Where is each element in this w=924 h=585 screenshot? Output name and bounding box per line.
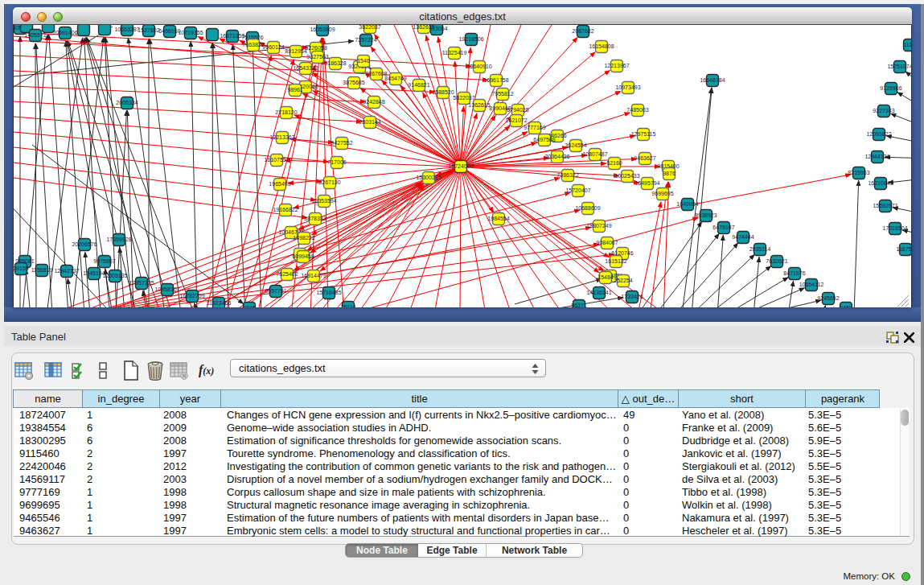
svg-text:7955812: 7955812 (491, 91, 513, 97)
svg-text:16107552: 16107552 (264, 157, 289, 163)
svg-text:8215953: 8215953 (848, 170, 869, 175)
svg-text:1615132: 1615132 (605, 258, 626, 264)
svg-text:8938923: 8938923 (695, 212, 717, 218)
svg-text:10719155: 10719155 (178, 30, 203, 35)
svg-text:3624554: 3624554 (565, 142, 586, 148)
svg-text:8186328: 8186328 (324, 60, 346, 66)
svg-text:1965493: 1965493 (269, 181, 290, 187)
svg-text:6497568: 6497568 (533, 137, 555, 142)
svg-text:8471676: 8471676 (783, 270, 805, 276)
svg-text:10654112: 10654112 (799, 282, 824, 287)
svg-text:9777169: 9777169 (524, 125, 545, 130)
svg-text:9876: 9876 (663, 171, 676, 176)
svg-text:12213363: 12213363 (269, 134, 294, 140)
svg-text:717006: 717006 (327, 159, 346, 165)
svg-text:62160: 62160 (606, 160, 622, 166)
svg-text:20691406: 20691406 (52, 30, 77, 35)
svg-text:20206576: 20206576 (72, 241, 97, 247)
svg-text:9463627: 9463627 (634, 155, 655, 161)
svg-text:15692971: 15692971 (873, 203, 897, 208)
svg-text:96371: 96371 (571, 303, 587, 307)
svg-text:9327503: 9327503 (306, 54, 328, 60)
svg-text:19218506: 19218506 (458, 36, 483, 42)
svg-text:1640954: 1640954 (676, 201, 698, 207)
svg-text:12213967: 12213967 (604, 63, 629, 68)
svg-text:7663822: 7663822 (242, 42, 264, 47)
svg-text:14136141: 14136141 (586, 290, 611, 295)
svg-text:7632621: 7632621 (766, 258, 787, 264)
svg-text:15716485: 15716485 (316, 290, 341, 295)
svg-text:1405571: 1405571 (24, 32, 46, 38)
svg-text:1156819: 1156819 (31, 267, 53, 273)
svg-text:1621072: 1621072 (505, 117, 527, 123)
svg-text:252254: 252254 (614, 278, 632, 283)
svg-text:1984554: 1984554 (487, 216, 509, 221)
svg-text:2935114: 2935114 (749, 246, 771, 252)
svg-text:15720407: 15720407 (565, 187, 590, 193)
svg-text:1112: 1112 (904, 42, 911, 47)
svg-text:8878332: 8878332 (304, 216, 326, 221)
svg-text:16782759: 16782759 (179, 293, 204, 299)
svg-text:16053809: 16053809 (310, 27, 335, 32)
svg-text:16961758: 16961758 (483, 77, 508, 83)
svg-text:16648784: 16648784 (700, 77, 725, 83)
svg-text:116753: 116753 (897, 246, 911, 252)
svg-text:39159: 39159 (14, 266, 29, 271)
svg-text:8267130: 8267130 (318, 179, 340, 185)
svg-text:7625402: 7625402 (276, 271, 298, 277)
svg-text:15484: 15484 (598, 274, 614, 280)
svg-text:16210643: 16210643 (868, 180, 893, 186)
svg-text:15751074: 15751074 (887, 64, 911, 69)
svg-text:16154808: 16154808 (589, 43, 614, 49)
svg-text:76114: 76114 (341, 304, 356, 307)
svg-text:8912954: 8912954 (285, 48, 306, 54)
svg-text:12975115: 12975115 (631, 131, 656, 137)
svg-text:2803144: 2803144 (359, 119, 380, 125)
svg-text:1362615: 1362615 (468, 102, 490, 108)
svg-text:5822037: 5822037 (453, 95, 474, 101)
svg-text:12444131: 12444131 (864, 154, 889, 159)
svg-text:19166822: 19166822 (273, 207, 298, 212)
svg-text:9245652: 9245652 (817, 295, 839, 301)
svg-text:9474444: 9474444 (732, 234, 754, 240)
svg-text:6479197: 6479197 (713, 225, 734, 230)
svg-text:18640910: 18640910 (466, 64, 491, 69)
svg-text:9699695: 9699695 (651, 191, 673, 196)
svg-text:18724007: 18724007 (448, 163, 473, 169)
svg-text:98961: 98961 (287, 87, 303, 93)
svg-text:12353594: 12353594 (311, 198, 336, 204)
svg-text:18807249: 18807249 (586, 223, 611, 229)
svg-text:2718120: 2718120 (275, 109, 297, 115)
svg-text:1546: 1546 (357, 58, 370, 64)
svg-text:9427552: 9427552 (331, 140, 352, 146)
svg-text:9129966: 9129966 (880, 85, 901, 91)
svg-text:2087682: 2087682 (572, 28, 593, 34)
svg-text:11325419: 11325419 (442, 50, 467, 56)
svg-text:8454749: 8454749 (384, 76, 406, 81)
svg-text:16495794: 16495794 (634, 180, 659, 186)
svg-text:12505135: 12505135 (102, 273, 127, 278)
svg-text:12093822: 12093822 (866, 131, 891, 137)
svg-text:1498222: 1498222 (293, 235, 314, 241)
svg-text:3875685: 3875685 (343, 80, 364, 85)
svg-text:7357224: 7357224 (355, 37, 376, 43)
svg-text:9084067: 9084067 (596, 240, 618, 245)
svg-text:6099459: 6099459 (292, 253, 314, 259)
svg-text:15300215: 15300215 (416, 175, 441, 180)
svg-text:9960124: 9960124 (262, 44, 284, 50)
svg-text:10807487: 10807487 (582, 151, 607, 157)
svg-text:10025433: 10025433 (614, 173, 639, 179)
svg-text:9146821: 9146821 (408, 82, 429, 88)
svg-text:2005334: 2005334 (116, 100, 138, 105)
svg-text:20364436: 20364436 (544, 154, 569, 159)
svg-text:17957225: 17957225 (129, 280, 154, 286)
svg-text:9245: 9245 (243, 305, 256, 307)
svg-text:10958107: 10958107 (154, 286, 179, 292)
svg-text:1733426: 1733426 (621, 294, 643, 299)
svg-text:5226058: 5226058 (305, 45, 326, 51)
svg-text:9242848: 9242848 (363, 99, 384, 105)
svg-text:9657791: 9657791 (265, 288, 286, 294)
svg-text:7485003: 7485003 (626, 107, 648, 113)
svg-text:17359928: 17359928 (106, 237, 131, 242)
svg-text:7386322: 7386322 (556, 172, 578, 178)
